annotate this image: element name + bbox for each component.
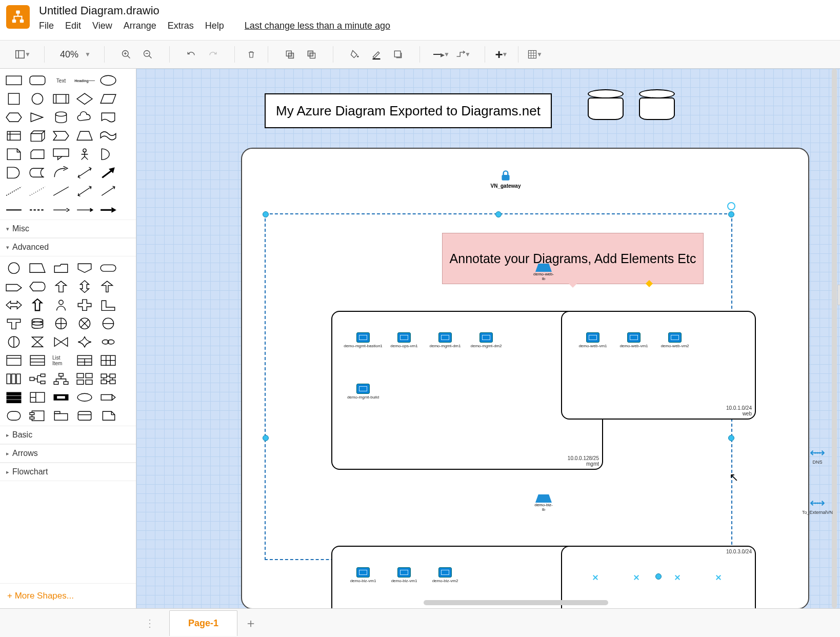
shape-text[interactable]: Text xyxy=(52,74,70,87)
vm-web-1[interactable]: demo-web-vm1 xyxy=(572,332,613,348)
delete-button[interactable] xyxy=(243,46,259,63)
adv-label-box[interactable] xyxy=(99,391,117,404)
vm-mgmt-1[interactable]: demo-mgmt-bastion1 xyxy=(343,332,384,348)
last-change-link[interactable]: Last change less than a minute ago xyxy=(245,21,390,31)
shape-step[interactable] xyxy=(52,129,70,143)
adv-hex-arrow[interactable] xyxy=(5,280,23,293)
adv-corner-arrow[interactable] xyxy=(99,280,117,293)
adv-class[interactable] xyxy=(5,409,23,423)
adv-window[interactable] xyxy=(5,354,23,367)
vn-gateway-node[interactable]: VN_gateway xyxy=(490,169,521,189)
adv-person[interactable] xyxy=(52,298,70,312)
shape-document[interactable] xyxy=(99,111,117,124)
shape-callout[interactable] xyxy=(52,148,70,161)
menu-arrange[interactable]: Arrange xyxy=(124,21,156,31)
shape-line-dotted[interactable] xyxy=(29,185,46,198)
adv-table2[interactable] xyxy=(76,354,93,367)
adv-component[interactable] xyxy=(29,409,46,423)
adv-hier-v[interactable] xyxy=(52,372,70,386)
adv-list[interactable] xyxy=(29,354,46,367)
adv-barrel[interactable] xyxy=(29,317,46,330)
more-shapes-button[interactable]: + More Shapes... xyxy=(0,583,136,608)
shape-line[interactable] xyxy=(52,185,70,198)
adv-org[interactable] xyxy=(76,372,93,386)
vm-web-3[interactable]: demo-web-vm2 xyxy=(654,332,695,348)
adv-table3[interactable] xyxy=(99,354,117,367)
shape-line-biarrow[interactable] xyxy=(76,185,93,198)
section-basic[interactable]: Basic xyxy=(0,426,136,444)
shape-or[interactable] xyxy=(99,148,117,161)
shape-triangle[interactable] xyxy=(29,111,46,124)
shape-circle[interactable] xyxy=(29,92,46,106)
shape-diamond[interactable] xyxy=(76,92,93,106)
ext-vn[interactable]: To_ExternalVN xyxy=(802,497,833,515)
menu-edit[interactable]: Edit xyxy=(65,21,81,31)
zoom-out-button[interactable] xyxy=(139,46,156,63)
adv-layout[interactable] xyxy=(29,391,46,404)
shadow-button[interactable] xyxy=(390,46,406,63)
shape-line-dashed[interactable] xyxy=(5,185,23,198)
adv-columns[interactable] xyxy=(5,372,23,386)
right-panel-resize-handle[interactable] xyxy=(837,285,840,305)
menu-extras[interactable]: Extras xyxy=(168,21,194,31)
adv-hier-h[interactable] xyxy=(29,372,46,386)
app-logo[interactable] xyxy=(6,5,30,29)
doc-title[interactable]: Untitled Diagram.drawio xyxy=(39,4,390,17)
vm-mgmt-5[interactable]: demo-mgmt-build xyxy=(343,384,384,400)
zoom-level[interactable]: 40% xyxy=(58,49,81,60)
annotation-callout[interactable]: Annotate your Diagrams, Add Elements Etc xyxy=(442,233,704,284)
shape-note[interactable] xyxy=(5,148,23,161)
ext-dns[interactable]: DNS xyxy=(802,447,833,465)
shape-can-1[interactable] xyxy=(588,89,624,120)
shape-hexagon[interactable] xyxy=(5,111,23,124)
adv-process2[interactable] xyxy=(52,391,70,404)
adv-arrow-updown[interactable] xyxy=(76,280,93,293)
adv-package[interactable] xyxy=(52,409,70,423)
adv-circle-vh[interactable] xyxy=(5,335,23,349)
adv-star4[interactable] xyxy=(76,335,93,349)
adv-circle-plus[interactable] xyxy=(52,317,70,330)
tab-page-1[interactable]: Page-1 xyxy=(169,610,237,636)
adv-corner[interactable] xyxy=(99,298,117,312)
shape-heading[interactable]: Heading━━━━ xyxy=(76,74,93,87)
insert-button[interactable]: +▼ xyxy=(493,46,510,63)
vm-biz-3[interactable]: demo-biz-vm2 xyxy=(425,567,466,583)
adv-arrow-up[interactable] xyxy=(52,280,70,293)
table-button[interactable]: ▼ xyxy=(527,46,543,63)
shape-trapezoid[interactable] xyxy=(76,129,93,143)
shape-and[interactable] xyxy=(5,166,23,180)
view-mode-button[interactable]: ▼ xyxy=(14,46,31,63)
shape-thick-arrow[interactable] xyxy=(99,166,117,180)
adv-trapezoid[interactable] xyxy=(29,262,46,275)
zoom-dropdown[interactable]: ▼ xyxy=(85,51,91,58)
canvas[interactable]: My Azure Diagram Exported to Diagrams.ne… xyxy=(136,69,840,608)
adv-link[interactable] xyxy=(99,335,117,349)
shape-tape[interactable] xyxy=(99,129,117,143)
peer-top[interactable]: demo-web-lb xyxy=(533,264,554,281)
redo-button[interactable] xyxy=(205,46,221,63)
vm-biz-2[interactable]: demo-biz-vm1 xyxy=(384,567,425,583)
fill-color-button[interactable] xyxy=(347,46,363,63)
adv-oval-filled[interactable] xyxy=(76,391,93,404)
adv-arrow-lr[interactable] xyxy=(5,298,23,312)
adv-listitem[interactable]: List Item xyxy=(52,354,70,367)
shape-cylinder[interactable] xyxy=(52,111,70,124)
vm-biz-1[interactable]: demo-biz-vm1 xyxy=(343,567,384,583)
adv-terminator[interactable] xyxy=(99,262,117,275)
vm-mgmt-3[interactable]: demo-mgmt-dm1 xyxy=(425,332,466,348)
adv-circle[interactable] xyxy=(5,262,23,275)
vertical-scrollbar[interactable] xyxy=(832,69,837,608)
menu-file[interactable]: File xyxy=(39,21,54,31)
diagram-title-box[interactable]: My Azure Diagram Exported to Diagrams.ne… xyxy=(265,93,552,128)
line-color-button[interactable] xyxy=(368,46,385,63)
shape-edge2[interactable] xyxy=(29,203,46,216)
adv-display[interactable] xyxy=(29,280,46,293)
adv-tee[interactable] xyxy=(5,317,23,330)
connection-button[interactable]: ▸▼ xyxy=(433,46,450,63)
horizontal-scrollbar[interactable] xyxy=(424,600,608,605)
shape-square[interactable] xyxy=(5,92,23,106)
undo-button[interactable] xyxy=(183,46,199,63)
section-arrows[interactable]: Arrows xyxy=(0,444,136,463)
adv-network[interactable] xyxy=(99,372,117,386)
tab-menu-icon[interactable]: ⋮ xyxy=(145,617,155,629)
